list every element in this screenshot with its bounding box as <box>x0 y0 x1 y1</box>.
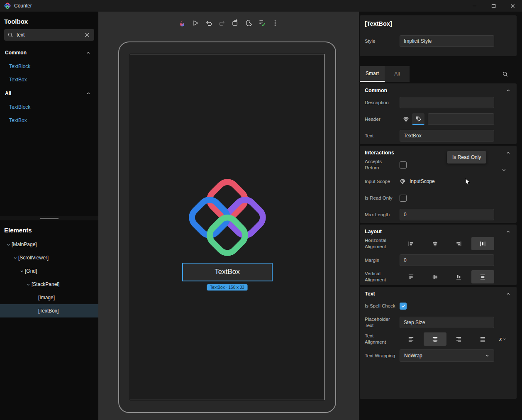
tree-item-scrollviewer[interactable]: [ScrollViewer] <box>0 251 98 264</box>
undo-button[interactable] <box>204 18 214 28</box>
tree-item-label: [MainPage] <box>12 242 37 247</box>
align-right-icon <box>456 241 462 247</box>
header-literal-button[interactable] <box>412 113 424 125</box>
window-controls <box>465 0 522 12</box>
vertical-alignment-group <box>400 270 494 283</box>
properties-search-button[interactable] <box>502 71 508 77</box>
canvas-textbox[interactable]: TextBox <box>182 263 273 281</box>
align-top-button[interactable] <box>400 270 423 283</box>
stretch-vertical-icon <box>480 274 486 280</box>
chevron-down-icon[interactable] <box>501 167 507 174</box>
accepts-return-label: Accepts Return <box>365 159 395 171</box>
design-surface[interactable]: TextBox TextBox - 150 x 33 <box>130 54 324 400</box>
toolbox-item-textblock[interactable]: TextBlock <box>0 60 98 73</box>
validate-button[interactable] <box>257 18 267 28</box>
pane-resize-handle[interactable] <box>0 216 98 220</box>
app-logo-icon <box>4 2 11 9</box>
minimize-button[interactable] <box>465 0 484 12</box>
text-wrapping-dropdown[interactable]: NoWrap <box>400 349 494 362</box>
text-align-left-button[interactable] <box>400 332 423 346</box>
section-interactions: Is Read Only Interactions Accepts Return… <box>360 146 517 223</box>
chevron-down-icon <box>502 337 507 341</box>
tree-item-grid[interactable]: [Grid] <box>0 264 98 278</box>
toolbox-item-textbox[interactable]: TextBox <box>0 73 98 86</box>
tree-item-mainpage[interactable]: [MainPage] <box>0 238 98 251</box>
tree-item-label: [Image] <box>38 295 55 300</box>
design-canvas[interactable]: TextBox TextBox - 150 x 33 <box>98 12 359 420</box>
align-top-icon <box>408 274 414 280</box>
more-options-button[interactable] <box>270 18 281 28</box>
hot-design-flame-button[interactable] <box>177 18 188 28</box>
toolbox-item-textblock[interactable]: TextBlock <box>0 100 98 114</box>
font-expression-dropdown[interactable]: x <box>499 336 507 342</box>
maximize-button[interactable] <box>484 0 503 12</box>
toolbox-section-all[interactable]: All <box>0 86 98 100</box>
text-input[interactable] <box>400 130 494 142</box>
properties-panel: [TextBox] Style Smart All Common <box>359 12 522 420</box>
chevron-down-icon[interactable] <box>5 242 12 247</box>
toolbox-item-textbox[interactable]: TextBox <box>0 114 98 127</box>
max-length-label: Max Length <box>365 212 395 218</box>
toolbox-item-label: TextBlock <box>9 63 30 69</box>
tree-item-image[interactable]: [Image] <box>0 291 98 304</box>
margin-label: Margin <box>365 257 395 264</box>
text-align-center-icon <box>432 336 438 342</box>
toolbox-search-input[interactable] <box>17 32 83 38</box>
collapse-chevron-icon[interactable] <box>506 88 511 93</box>
horizontal-alignment-label: Horizontal Alignment <box>365 237 395 250</box>
clear-search-button[interactable] <box>83 31 91 39</box>
text-align-left-icon <box>408 336 414 342</box>
inspector-header-card: [TextBox] Style <box>360 15 517 56</box>
redo-button[interactable] <box>217 18 227 28</box>
collapse-chevron-icon[interactable] <box>506 150 511 155</box>
tree-item-stackpanel[interactable]: [StackPanel] <box>0 278 98 291</box>
chevron-down-icon[interactable] <box>18 269 25 273</box>
toolbox-section-common[interactable]: Common <box>0 46 98 60</box>
description-input[interactable] <box>400 97 494 108</box>
text-align-justify-icon <box>480 336 486 342</box>
is-read-only-checkbox[interactable] <box>400 195 407 202</box>
align-left-button[interactable] <box>400 237 423 250</box>
chevron-down-icon[interactable] <box>25 282 32 287</box>
text-align-right-button[interactable] <box>447 332 471 346</box>
tab-all[interactable]: All <box>385 66 410 82</box>
collapse-chevron-icon[interactable] <box>506 229 511 234</box>
refresh-element-button[interactable] <box>230 18 241 28</box>
align-center-vertical-button[interactable] <box>424 270 447 283</box>
theme-toggle-button[interactable] <box>244 18 254 28</box>
check-icon <box>401 303 406 308</box>
elements-title: Elements <box>0 220 98 238</box>
section-label: All <box>5 90 11 96</box>
align-bottom-button[interactable] <box>447 270 471 283</box>
stretch-vertical-button[interactable] <box>471 270 495 283</box>
align-center-horizontal-button[interactable] <box>424 237 447 250</box>
input-scope-label: Input Scope <box>365 178 395 185</box>
text-align-justify-button[interactable] <box>471 332 495 346</box>
placeholder-text-input[interactable] <box>400 317 494 328</box>
margin-input[interactable] <box>400 254 494 266</box>
tab-smart[interactable]: Smart <box>360 66 385 82</box>
play-button[interactable] <box>190 18 201 28</box>
play-icon <box>192 19 200 27</box>
toolbox-searchbox[interactable] <box>4 29 94 41</box>
uno-logo-image[interactable] <box>183 173 272 262</box>
binding-gem-icon <box>400 178 406 185</box>
undo-icon <box>205 19 213 27</box>
close-button[interactable] <box>503 0 522 12</box>
device-frame: TextBox TextBox - 150 x 33 <box>118 42 336 413</box>
chevron-down-icon[interactable] <box>12 256 18 260</box>
text-alignment-group <box>400 332 494 346</box>
tree-item-textbox[interactable]: [TextBox] <box>0 304 98 317</box>
text-align-center-button[interactable] <box>424 332 447 346</box>
tree-item-label: [StackPanel] <box>32 281 59 287</box>
header-input[interactable] <box>428 113 494 125</box>
input-scope-value[interactable]: InputScope <box>400 178 435 185</box>
stretch-horizontal-button[interactable] <box>471 237 495 250</box>
header-binding-button[interactable] <box>400 113 412 125</box>
is-spell-check-checkbox[interactable] <box>400 303 407 310</box>
collapse-chevron-icon[interactable] <box>506 291 511 296</box>
accepts-return-checkbox[interactable] <box>400 161 407 168</box>
style-input[interactable] <box>400 35 494 47</box>
align-right-button[interactable] <box>447 237 471 250</box>
max-length-input[interactable] <box>400 209 494 220</box>
